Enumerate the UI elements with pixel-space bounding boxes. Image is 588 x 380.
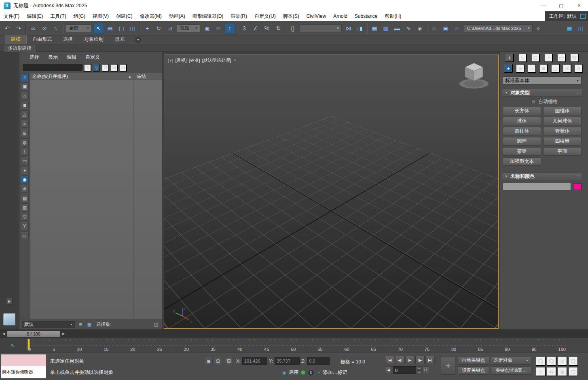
- category-lights[interactable]: ☼: [527, 64, 536, 73]
- ribbon-tab-object-paint[interactable]: 对象绘制: [78, 35, 109, 44]
- display-bones-toggle[interactable]: †: [21, 148, 29, 156]
- unlink-selection-button[interactable]: ⊘: [39, 23, 50, 34]
- previous-frame-button[interactable]: ◀: [385, 366, 392, 374]
- explorer-menu-edit[interactable]: 编辑: [62, 54, 81, 61]
- snap-toggle-3d[interactable]: 3: [239, 23, 250, 34]
- mirror-button[interactable]: ⋈: [343, 23, 354, 34]
- menu-edit[interactable]: 编辑(E): [23, 11, 47, 21]
- category-shapes[interactable]: ◈: [516, 64, 525, 73]
- category-geometry[interactable]: ●: [504, 64, 513, 73]
- create-sphere-button[interactable]: 球体: [503, 117, 541, 125]
- bind-to-space-warp-button[interactable]: ≈: [51, 23, 61, 34]
- time-slider-left-arrow[interactable]: ◀: [1, 331, 6, 337]
- open-mini-curve-editor-button[interactable]: ∿: [0, 338, 26, 353]
- menu-customize[interactable]: 自定义(U): [251, 11, 279, 21]
- spinner-snap-toggle[interactable]: ⇅: [273, 23, 283, 34]
- auto-key-button[interactable]: 自动关键点: [458, 356, 489, 365]
- menu-modifiers[interactable]: 修改器(M): [136, 11, 165, 21]
- viewport-general-menu[interactable]: [+]: [168, 58, 173, 63]
- explorer-dock-icon[interactable]: ◫: [152, 321, 160, 328]
- display-frozen-toggle[interactable]: ❄: [21, 185, 29, 193]
- show-hidden-objects-toggle[interactable]: ◉: [21, 175, 29, 184]
- project-folder-dropdown[interactable]: C:\Users\Ad…ds Max 2025 ▼: [464, 24, 533, 32]
- expand-panel-button[interactable]: ▶: [6, 298, 13, 304]
- minimize-button[interactable]: —: [535, 0, 552, 11]
- zoom-region-button[interactable]: [568, 356, 578, 366]
- key-filter-dropdown[interactable]: 选定对象 ▼: [491, 356, 531, 365]
- menu-rendering[interactable]: 渲染(R): [227, 11, 251, 21]
- adaptive-degradation-icon[interactable]: ◈: [282, 370, 286, 376]
- create-textplus-button[interactable]: 加强型文本: [503, 157, 541, 166]
- set-keys-button[interactable]: +: [441, 357, 455, 375]
- ribbon-tab-selection[interactable]: 选择: [57, 35, 78, 44]
- ribbon-tab-freeform[interactable]: 自由形式: [27, 35, 57, 44]
- display-space-warps-toggle[interactable]: ≋: [21, 120, 29, 128]
- select-and-rotate-button[interactable]: ↻: [153, 23, 164, 34]
- create-box-button[interactable]: 长方体: [503, 107, 541, 115]
- menu-substance[interactable]: Substance: [351, 11, 381, 21]
- category-helpers[interactable]: △: [551, 64, 560, 73]
- select-and-move-button[interactable]: +: [142, 23, 152, 34]
- menu-views[interactable]: 视图(V): [89, 11, 112, 21]
- next-key-button[interactable]: |▶: [415, 356, 425, 364]
- view-cube[interactable]: [456, 59, 492, 91]
- current-frame-field[interactable]: 0: [393, 366, 416, 374]
- macro-recorder-strip[interactable]: [1, 355, 46, 366]
- isolate-selection-toggle[interactable]: ◙: [205, 357, 213, 365]
- notification-badge[interactable]: 0: [308, 369, 314, 376]
- set-key-button[interactable]: 设置关键点: [458, 366, 489, 375]
- create-geosphere-button[interactable]: 几何球体: [543, 117, 582, 125]
- display-lights-toggle[interactable]: ☼: [21, 92, 29, 100]
- category-systems[interactable]: ⊛: [574, 64, 583, 73]
- spinner-down-icon[interactable]: ▼: [417, 370, 421, 374]
- zoom-button[interactable]: [535, 356, 546, 366]
- key-filters-button[interactable]: 关键点过滤器…: [491, 366, 531, 375]
- object-name-field[interactable]: [503, 183, 571, 190]
- pan-view-button[interactable]: +: [535, 367, 546, 376]
- menu-tools[interactable]: 工具(T): [47, 11, 70, 21]
- curve-editor-button[interactable]: ∿: [403, 23, 414, 34]
- menu-create[interactable]: 创建(C): [112, 11, 136, 21]
- display-groups-toggle[interactable]: ⊞: [21, 129, 29, 137]
- column-header-frozen[interactable]: 冻结: [134, 73, 162, 80]
- play-animation-button[interactable]: ▶: [405, 356, 415, 364]
- zoom-all-button[interactable]: [546, 356, 556, 366]
- x-coordinate-field[interactable]: 101.426: [242, 357, 267, 365]
- tab-modify[interactable]: ∿: [518, 53, 527, 62]
- orbit-button[interactable]: ◉: [557, 367, 567, 376]
- schematic-view-button[interactable]: ◈: [415, 23, 425, 34]
- reference-coordinate-dropdown[interactable]: 视图 ▼: [177, 24, 200, 32]
- workspace-selector[interactable]: 工作区: 默认: [545, 11, 588, 21]
- display-none-toggle[interactable]: ○: [21, 73, 29, 81]
- menu-arnold[interactable]: Arnold: [330, 11, 351, 21]
- walk-through-button[interactable]: ⇆: [546, 367, 556, 376]
- create-plane-button[interactable]: 平面: [543, 147, 582, 156]
- display-list-view-toggle[interactable]: ▤: [21, 194, 29, 202]
- menu-animation[interactable]: 动画(A): [165, 11, 189, 21]
- create-pyramid-button[interactable]: 四棱锥: [543, 137, 582, 146]
- toggle-layer-explorer-button[interactable]: ▥: [381, 23, 391, 34]
- maxscript-mini-listener[interactable]: 脚本迷你侦听器: [1, 354, 46, 378]
- use-pivot-point-center-button[interactable]: ◉: [202, 23, 212, 34]
- close-button[interactable]: ×: [570, 0, 588, 11]
- search-filter-button[interactable]: ▽: [93, 64, 100, 72]
- selection-lock-toggle[interactable]: Ω: [214, 357, 222, 365]
- create-cone-button[interactable]: 圆锥体: [543, 107, 582, 115]
- menu-help[interactable]: 帮助(H): [381, 11, 405, 21]
- select-and-scale-button[interactable]: ⊿: [165, 23, 175, 34]
- object-color-swatch[interactable]: [573, 183, 582, 190]
- display-geometry-toggle[interactable]: ▣: [21, 82, 29, 91]
- angle-snap-toggle[interactable]: ∠: [250, 23, 261, 34]
- key-mode-toggle-button[interactable]: ⊶: [422, 366, 429, 374]
- align-button[interactable]: ◨: [355, 23, 365, 34]
- category-space-warps[interactable]: ≋: [563, 64, 571, 73]
- lock-cell-editing-toggle[interactable]: Ω: [102, 64, 109, 72]
- display-xrefs-toggle[interactable]: ◍: [21, 138, 29, 146]
- tab-create[interactable]: +: [505, 53, 514, 62]
- sort-mode-toggle[interactable]: ▥: [21, 203, 29, 211]
- object-type-rollout-header[interactable]: ▼ 对象类型 ∷: [502, 89, 582, 97]
- tab-motion[interactable]: ◔: [544, 53, 553, 62]
- named-selection-sets-dropdown[interactable]: ▼: [300, 24, 342, 32]
- folder-view-button[interactable]: ▱: [21, 231, 29, 239]
- previous-key-button[interactable]: ◀|: [395, 356, 404, 364]
